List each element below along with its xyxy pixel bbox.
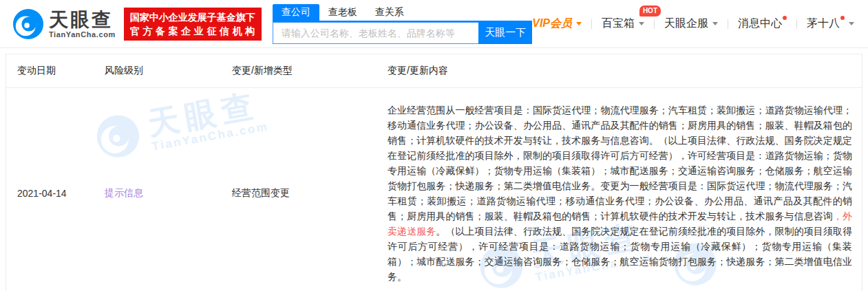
change-date-cell: 2021-04-14 bbox=[17, 188, 105, 199]
search-input[interactable] bbox=[273, 22, 478, 44]
search-tab-boss[interactable]: 查老板 bbox=[319, 4, 366, 21]
notification-dot bbox=[840, 16, 845, 20]
top-navigation: VIP会员 百宝箱 HOT 天眼企服 消息中心 茅十八 bbox=[532, 17, 854, 31]
nav-divider bbox=[796, 19, 797, 29]
chevron-down-icon bbox=[712, 22, 718, 25]
tianyancha-logo-icon bbox=[12, 8, 44, 40]
content-text-after: 。（以上项目法律、行政法规、国务院决定规定在登记前须经批准的项目除外，限制的项目… bbox=[388, 226, 852, 282]
change-content-cell: 企业经营范围从一般经营项目是：国际货运代理；物流代理服务；汽车租赁；装卸搬运；道… bbox=[388, 103, 852, 284]
nav-message-center[interactable]: 消息中心 bbox=[738, 17, 787, 31]
logo-brand-text: 天眼查 bbox=[49, 10, 116, 30]
nav-treasure-box-label: 百宝箱 bbox=[602, 17, 635, 31]
col-header-change-content: 变更/更新内容 bbox=[388, 65, 852, 77]
search-button[interactable]: 天眼一下 bbox=[478, 22, 532, 44]
nav-enterprise-service-label: 天眼企服 bbox=[664, 17, 708, 31]
nav-vip-member[interactable]: VIP会员 bbox=[532, 17, 582, 31]
certification-badge-line1: 国家中小企业发展子基金旗下 bbox=[130, 12, 255, 23]
chevron-down-icon bbox=[576, 22, 582, 25]
nav-divider bbox=[728, 19, 728, 29]
certification-badge: 国家中小企业发展子基金旗下 官方备案企业征信机构 bbox=[124, 8, 262, 41]
chevron-down-icon bbox=[639, 22, 644, 25]
nav-divider bbox=[654, 19, 655, 29]
col-header-risk-level: 风险级别 bbox=[105, 65, 232, 77]
notification-dot bbox=[783, 16, 787, 20]
hot-badge: HOT bbox=[639, 6, 661, 17]
col-header-change-date: 变动日期 bbox=[17, 65, 105, 77]
logo-domain-text: TianYanCha.com bbox=[49, 30, 116, 39]
search-area: 查公司 查老板 查关系 天眼一下 bbox=[273, 4, 532, 44]
content-text-before: 企业经营范围从一般经营项目是：国际货运代理；物流代理服务；汽车租赁；装卸搬运；道… bbox=[388, 105, 852, 222]
risk-level-cell: 提示信息 bbox=[105, 187, 232, 200]
tianyancha-logo[interactable]: 天眼查 TianYanCha.com bbox=[12, 8, 116, 40]
site-header: 天眼查 TianYanCha.com 国家中小企业发展子基金旗下 官方备案企业征… bbox=[0, 0, 868, 48]
nav-user-account[interactable]: 茅十八 bbox=[807, 17, 854, 31]
table-row: 2021-04-14 提示信息 经营范围变更 企业经营范围从一般经营项目是：国际… bbox=[6, 88, 862, 291]
change-record-table: 变动日期 风险级别 变更/新增类型 变更/更新内容 2021-04-14 提示信… bbox=[6, 54, 862, 291]
search-tab-company[interactable]: 查公司 bbox=[273, 4, 319, 21]
chevron-down-icon bbox=[849, 22, 854, 25]
search-tabs: 查公司 查老板 查关系 bbox=[273, 4, 532, 22]
nav-user-account-label: 茅十八 bbox=[807, 17, 840, 31]
change-type-cell: 经营范围变更 bbox=[232, 187, 388, 200]
nav-enterprise-service[interactable]: 天眼企服 bbox=[664, 17, 718, 31]
nav-message-center-label: 消息中心 bbox=[738, 17, 782, 31]
col-header-change-type: 变更/新增类型 bbox=[232, 65, 388, 77]
risk-level-link[interactable]: 提示信息 bbox=[105, 187, 143, 198]
search-tab-relation[interactable]: 查关系 bbox=[366, 4, 413, 21]
certification-badge-line2: 官方备案企业征信机构 bbox=[130, 24, 259, 38]
nav-divider bbox=[591, 19, 592, 29]
table-header-row: 变动日期 风险级别 变更/新增类型 变更/更新内容 bbox=[6, 54, 862, 88]
nav-treasure-box[interactable]: 百宝箱 HOT bbox=[602, 17, 644, 31]
nav-vip-member-label: VIP会员 bbox=[532, 17, 572, 31]
